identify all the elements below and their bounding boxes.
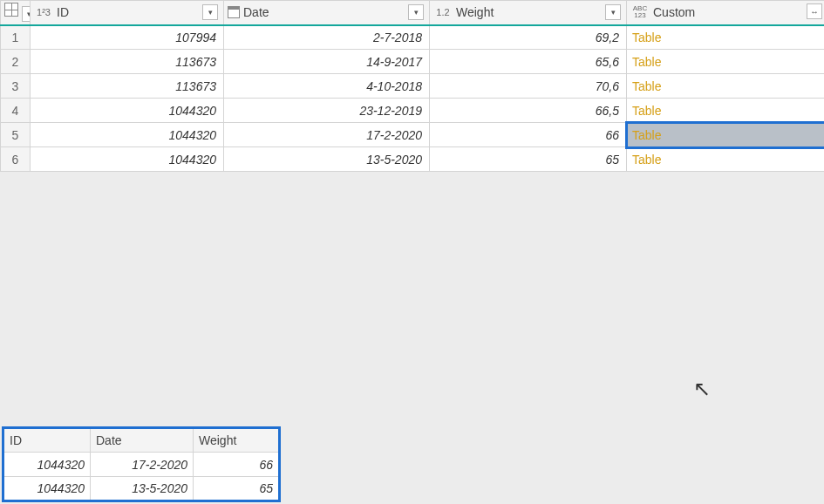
cell-date[interactable]: 17-2-2020: [224, 123, 430, 147]
number-type-icon: 1²3: [34, 8, 53, 17]
cursor-icon: ↖: [693, 377, 711, 401]
cell-custom-table-link[interactable]: Table: [627, 50, 825, 74]
corner-cell[interactable]: ▾: [1, 1, 31, 25]
cell-id[interactable]: 1044320: [31, 147, 224, 172]
cell-id[interactable]: 113673: [31, 50, 224, 74]
filter-icon[interactable]: ▾: [408, 4, 424, 20]
preview-header-id[interactable]: ID: [3, 428, 91, 453]
cell-date[interactable]: 4-10-2018: [224, 74, 430, 99]
cell-custom-table-link[interactable]: Table: [627, 25, 825, 50]
preview-table: ID Date Weight 104432017-2-2020661044320…: [2, 426, 281, 502]
row-number[interactable]: 6: [1, 147, 31, 172]
filter-icon[interactable]: ▾: [202, 4, 218, 20]
filter-icon[interactable]: ▾: [605, 4, 621, 20]
table-row[interactable]: 4104432023-12-201966,5Table: [1, 99, 825, 123]
preview-cell-date[interactable]: 13-5-2020: [91, 477, 194, 501]
corner-dropdown-icon[interactable]: ▾: [22, 6, 31, 22]
cell-date[interactable]: 23-12-2019: [224, 99, 430, 123]
table-row[interactable]: 211367314-9-201765,6Table: [1, 50, 825, 74]
preview-body: 104432017-2-202066104432013-5-202065: [3, 453, 280, 501]
cell-custom-table-link[interactable]: Table: [627, 99, 825, 123]
preview-cell-weight[interactable]: 65: [194, 477, 280, 501]
decimal-type-icon: 1.2: [433, 8, 453, 17]
date-type-icon: [228, 6, 240, 18]
cell-date[interactable]: 14-9-2017: [224, 50, 430, 74]
column-header-weight[interactable]: 1.2 Weight ▾: [430, 1, 627, 25]
preview-header-date[interactable]: Date: [91, 428, 194, 453]
cell-weight[interactable]: 66: [430, 123, 627, 147]
table-row[interactable]: 31136734-10-201870,6Table: [1, 74, 825, 99]
preview-row[interactable]: 104432013-5-202065: [3, 477, 280, 501]
preview-cell-id[interactable]: 1044320: [3, 477, 91, 501]
preview-cell-weight[interactable]: 66: [194, 453, 280, 477]
cell-id[interactable]: 1044320: [31, 99, 224, 123]
expand-icon[interactable]: ↔: [807, 3, 822, 19]
column-header-id[interactable]: 1²3 ID ▾: [31, 1, 224, 25]
table-row[interactable]: 11079942-7-201869,2Table: [1, 25, 825, 50]
cell-date[interactable]: 13-5-2020: [224, 147, 430, 172]
cell-custom-table-link[interactable]: Table: [627, 74, 825, 99]
column-header-custom[interactable]: ABC123 Custom ↔: [627, 1, 825, 25]
row-number[interactable]: 4: [1, 99, 31, 123]
cell-weight[interactable]: 70,6: [430, 74, 627, 99]
cell-custom-table-link[interactable]: Table: [627, 123, 825, 147]
row-number[interactable]: 5: [1, 123, 31, 147]
table-icon: [4, 3, 18, 17]
header-row: ▾ 1²3 ID ▾ Date ▾ 1.2 Weight: [1, 1, 825, 25]
cell-weight[interactable]: 69,2: [430, 25, 627, 50]
cell-weight[interactable]: 66,5: [430, 99, 627, 123]
cell-id[interactable]: 113673: [31, 74, 224, 99]
column-label: ID: [57, 5, 199, 19]
table-body: 11079942-7-201869,2Table211367314-9-2017…: [1, 25, 825, 172]
cell-weight[interactable]: 65,6: [430, 50, 627, 74]
preview-row[interactable]: 104432017-2-202066: [3, 453, 280, 477]
column-header-date[interactable]: Date ▾: [224, 1, 430, 25]
preview-cell-id[interactable]: 1044320: [3, 453, 91, 477]
cell-weight[interactable]: 65: [430, 147, 627, 172]
cell-id[interactable]: 107994: [31, 25, 224, 50]
row-number[interactable]: 2: [1, 50, 31, 74]
cell-id[interactable]: 1044320: [31, 123, 224, 147]
table-row[interactable]: 5104432017-2-202066Table: [1, 123, 825, 147]
preview-cell-date[interactable]: 17-2-2020: [91, 453, 194, 477]
column-label: Weight: [456, 5, 602, 19]
row-number[interactable]: 3: [1, 74, 31, 99]
any-type-icon: ABC123: [630, 5, 650, 19]
table-row[interactable]: 6104432013-5-202065Table: [1, 147, 825, 172]
column-label: Custom: [653, 5, 819, 19]
row-number[interactable]: 1: [1, 25, 31, 50]
cell-date[interactable]: 2-7-2018: [224, 25, 430, 50]
cell-custom-table-link[interactable]: Table: [627, 147, 825, 172]
preview-header-weight[interactable]: Weight: [194, 428, 280, 453]
column-label: Date: [243, 5, 405, 19]
data-table: ▾ 1²3 ID ▾ Date ▾ 1.2 Weight: [0, 0, 824, 172]
